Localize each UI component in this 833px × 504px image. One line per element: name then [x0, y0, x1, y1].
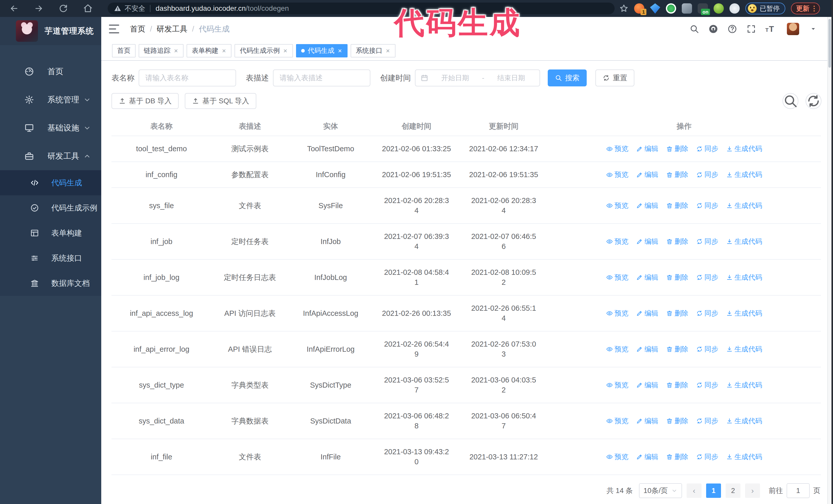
- action-预览[interactable]: 预览: [606, 308, 628, 318]
- sidebar-subitem-数据库文档[interactable]: 数据库文档: [0, 271, 101, 296]
- extension-grid-icon[interactable]: [682, 3, 692, 14]
- action-生成代码[interactable]: 生成代码: [726, 452, 762, 462]
- close-tab-icon[interactable]: ×: [173, 47, 178, 54]
- search-icon[interactable]: [689, 24, 699, 34]
- action-预览[interactable]: 预览: [606, 452, 628, 462]
- action-删除[interactable]: 删除: [666, 416, 688, 426]
- sidebar-item-研发工具[interactable]: 研发工具: [0, 142, 101, 170]
- close-tab-icon[interactable]: ×: [221, 47, 226, 54]
- action-删除[interactable]: 删除: [666, 237, 688, 247]
- action-同步[interactable]: 同步: [696, 452, 718, 462]
- hamburger-icon[interactable]: [109, 25, 119, 33]
- profile-paused-pill[interactable]: 已暂停: [745, 3, 785, 14]
- close-tab-icon[interactable]: ×: [283, 47, 288, 54]
- scrollbar-thumb[interactable]: [828, 19, 831, 68]
- import-sql-button[interactable]: 基于 SQL 导入: [185, 93, 256, 109]
- sidebar-subitem-代码生成示例[interactable]: 代码生成示例: [0, 195, 101, 220]
- tab-链路追踪[interactable]: 链路追踪×: [139, 44, 184, 57]
- font-size-icon[interactable]: TT: [765, 24, 775, 34]
- tab-系统接口[interactable]: 系统接口×: [351, 44, 396, 57]
- forward-icon[interactable]: [34, 4, 44, 13]
- action-编辑[interactable]: 编辑: [636, 452, 659, 462]
- help-icon[interactable]: [728, 24, 737, 34]
- action-预览[interactable]: 预览: [606, 201, 628, 211]
- home-icon[interactable]: [83, 4, 93, 13]
- reload-icon[interactable]: [58, 4, 68, 13]
- action-同步[interactable]: 同步: [696, 201, 718, 211]
- github-icon[interactable]: [709, 24, 718, 34]
- action-同步[interactable]: 同步: [696, 144, 718, 154]
- close-tab-icon[interactable]: ×: [337, 47, 342, 54]
- action-预览[interactable]: 预览: [606, 272, 628, 283]
- action-删除[interactable]: 删除: [666, 308, 688, 318]
- action-编辑[interactable]: 编辑: [636, 201, 659, 211]
- action-生成代码[interactable]: 生成代码: [726, 201, 762, 211]
- close-tab-icon[interactable]: ×: [385, 47, 390, 54]
- action-删除[interactable]: 删除: [666, 344, 688, 354]
- action-预览[interactable]: 预览: [606, 380, 628, 390]
- action-预览[interactable]: 预览: [606, 416, 628, 426]
- extension-adblock-icon[interactable]: 1: [634, 3, 644, 14]
- action-编辑[interactable]: 编辑: [636, 308, 659, 318]
- back-icon[interactable]: [9, 4, 19, 13]
- sidebar-item-首页[interactable]: 首页: [0, 57, 101, 86]
- action-生成代码[interactable]: 生成代码: [726, 308, 762, 318]
- tab-代码生成示例[interactable]: 代码生成示例×: [235, 44, 293, 57]
- user-avatar[interactable]: [787, 23, 799, 35]
- action-删除[interactable]: 删除: [666, 201, 688, 211]
- action-生成代码[interactable]: 生成代码: [726, 170, 762, 180]
- action-同步[interactable]: 同步: [696, 308, 718, 318]
- avatar-caret-down-icon[interactable]: [810, 26, 816, 32]
- page-size-select[interactable]: 10条/页: [639, 483, 682, 498]
- action-生成代码[interactable]: 生成代码: [726, 380, 762, 390]
- next-page-button[interactable]: ›: [745, 483, 760, 498]
- sidebar-subitem-代码生成[interactable]: 代码生成: [0, 170, 101, 195]
- sidebar-item-系统管理[interactable]: 系统管理: [0, 86, 101, 114]
- page-button-2[interactable]: 2: [725, 483, 740, 498]
- action-同步[interactable]: 同步: [696, 416, 718, 426]
- action-编辑[interactable]: 编辑: [636, 237, 659, 247]
- action-删除[interactable]: 删除: [666, 170, 688, 180]
- search-button[interactable]: 搜索: [548, 70, 587, 87]
- action-生成代码[interactable]: 生成代码: [726, 416, 762, 426]
- fullscreen-icon[interactable]: [746, 24, 756, 34]
- action-同步[interactable]: 同步: [696, 272, 718, 283]
- action-编辑[interactable]: 编辑: [636, 344, 659, 354]
- action-同步[interactable]: 同步: [696, 237, 718, 247]
- breadcrumb-item-研发工具[interactable]: 研发工具: [157, 24, 187, 34]
- action-同步[interactable]: 同步: [696, 380, 718, 390]
- tab-表单构建[interactable]: 表单构建×: [187, 44, 232, 57]
- table-desc-input[interactable]: [273, 70, 371, 87]
- action-编辑[interactable]: 编辑: [636, 170, 659, 180]
- action-生成代码[interactable]: 生成代码: [726, 237, 762, 247]
- sidebar-subitem-表单构建[interactable]: 表单构建: [0, 220, 101, 246]
- action-预览[interactable]: 预览: [606, 237, 628, 247]
- action-编辑[interactable]: 编辑: [636, 272, 659, 283]
- breadcrumb-item-首页[interactable]: 首页: [130, 24, 145, 34]
- extension-check-icon[interactable]: [666, 3, 676, 14]
- action-删除[interactable]: 删除: [666, 272, 688, 283]
- action-同步[interactable]: 同步: [696, 170, 718, 180]
- tab-代码生成[interactable]: 代码生成×: [296, 44, 348, 57]
- bookmark-star-icon[interactable]: [619, 4, 628, 13]
- goto-page-input[interactable]: [787, 483, 810, 498]
- sidebar-subitem-系统接口[interactable]: 系统接口: [0, 246, 101, 271]
- action-生成代码[interactable]: 生成代码: [726, 344, 762, 354]
- extension-gem-icon[interactable]: [650, 3, 660, 14]
- reset-button[interactable]: 重置: [595, 70, 634, 87]
- browser-update-button[interactable]: 更新: [791, 3, 820, 14]
- action-编辑[interactable]: 编辑: [636, 144, 659, 154]
- scrollbar[interactable]: [827, 17, 831, 504]
- address-bar[interactable]: 不安全 dashboard.yudao.iocoder.cn /tool/cod…: [108, 3, 615, 14]
- date-range-picker[interactable]: 开始日期 - 结束日期: [415, 70, 540, 87]
- page-button-1[interactable]: 1: [706, 483, 721, 498]
- action-预览[interactable]: 预览: [606, 344, 628, 354]
- action-删除[interactable]: 删除: [666, 380, 688, 390]
- action-同步[interactable]: 同步: [696, 344, 718, 354]
- table-name-input[interactable]: [139, 70, 236, 87]
- action-生成代码[interactable]: 生成代码: [726, 144, 762, 154]
- import-db-button[interactable]: 基于 DB 导入: [112, 93, 178, 109]
- sidebar-item-基础设施[interactable]: 基础设施: [0, 114, 101, 142]
- action-预览[interactable]: 预览: [606, 170, 628, 180]
- browser-menu-icon[interactable]: [813, 6, 815, 11]
